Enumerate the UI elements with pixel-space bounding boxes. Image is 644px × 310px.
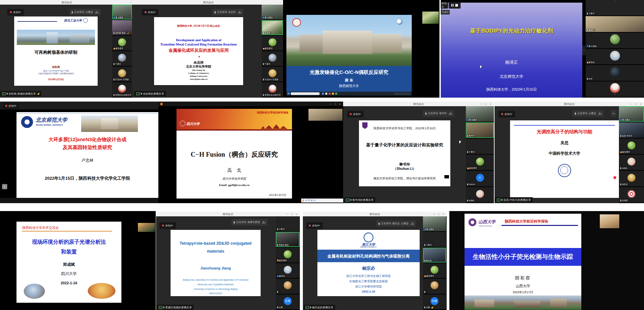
ime-toolbar[interactable]: S S 中 ⚙ ✉ — [301, 199, 343, 202]
participant-tile[interactable]: · — [276, 279, 300, 294]
presenter-video-thumbnail[interactable] — [308, 109, 342, 121]
minimize-button[interactable]: − — [130, 0, 132, 5]
participant-tile[interactable]: 牛青华 — [466, 139, 494, 155]
participant-tile[interactable]: 张跃宏 — [619, 171, 644, 187]
scroll-chevron-icon[interactable]: ⌃ — [614, 1, 616, 4]
maximize-button[interactable]: □ — [485, 103, 487, 106]
window-titlebar[interactable]: 腾讯会议 − □ × — [495, 102, 644, 106]
screen-share-icon — [136, 92, 140, 95]
ime-icons[interactable]: S 中 ⚙ ✉ — [306, 199, 315, 202]
window-controls[interactable]: − □ × — [330, 102, 340, 106]
participant-tile[interactable]: 荷风应化10级玉萍 — [262, 82, 283, 98]
participant-tile[interactable]: 石强201 石培新 — [112, 67, 132, 82]
participant-tile[interactable]: 牛青华 — [276, 216, 300, 232]
participant-tile[interactable]: ⌄ — [586, 81, 644, 98]
stop-recording-button[interactable] — [455, 4, 458, 7]
presenter-video-thumbnail[interactable] — [138, 223, 155, 232]
participant-tile[interactable]: 张秋禹 教授 — [112, 20, 132, 36]
participant-tile[interactable]: 姜建壮教授 — [276, 232, 300, 247]
participant-tile[interactable]: 仝建波 — [619, 106, 644, 122]
start-button-icon[interactable] — [287, 92, 290, 95]
minimize-button[interactable]: − — [631, 103, 632, 106]
maximize-button[interactable]: □ — [291, 213, 293, 216]
window-titlebar[interactable]: 腾讯会议 − — [134, 0, 283, 5]
windows-taskbar[interactable] — [286, 92, 412, 96]
ustc-logo-icon — [558, 164, 571, 177]
taskbar-app-icon[interactable] — [332, 93, 334, 95]
participant-tile[interactable]: 陈青李 — [619, 139, 644, 155]
scroll-chevron-icon[interactable]: ⌄ — [614, 93, 616, 96]
minimize-button[interactable]: − — [434, 213, 435, 216]
minimize-button[interactable]: − — [279, 0, 281, 5]
taskbar-app-icon[interactable] — [329, 93, 331, 95]
participant-tile[interactable]: 杨清正 — [586, 16, 644, 32]
presenter-video-thumbnail[interactable] — [600, 214, 619, 228]
minimize-button[interactable]: − — [481, 103, 482, 106]
window-titlebar[interactable]: 腾讯会议 − □ × — [303, 212, 447, 216]
window-controls[interactable]: − □ × — [287, 212, 297, 216]
participant-tile[interactable]: RRMIAO — [466, 171, 494, 187]
pause-recording-button[interactable] — [451, 4, 454, 7]
close-button[interactable]: × — [640, 103, 641, 106]
participant-tile[interactable]: 陈青李 — [423, 263, 446, 279]
taskbar-app-icon[interactable] — [322, 93, 324, 95]
participant-tile[interactable]: 任艳政 — [586, 33, 644, 49]
reply-arrow-button[interactable]: ↩ — [611, 110, 617, 117]
participant-tile[interactable]: 何校红 — [619, 155, 644, 171]
minimize-button[interactable]: − — [287, 213, 288, 216]
window-titlebar[interactable]: 腾讯会议 − — [0, 0, 134, 5]
maximize-button[interactable]: □ — [438, 213, 439, 216]
window-controls[interactable]: − □ × — [434, 212, 444, 216]
participant-tile[interactable]: 陈青李 — [262, 36, 283, 51]
participant-tile[interactable]: 陈青李 — [276, 248, 300, 263]
participant-tile[interactable]: 仝建波 — [112, 5, 132, 20]
participant-tile[interactable]: 仝建波 — [466, 106, 494, 122]
participant-tile[interactable]: 孙卓 — [586, 65, 644, 81]
participant-tile[interactable]: 兰唐旦 — [262, 51, 283, 67]
participant-tile[interactable]: 荷风应化10级玉萍 — [112, 82, 132, 98]
participant-tile[interactable]: 石强201 石培新 — [262, 67, 283, 82]
sidebar-collapse-handle[interactable]: > — [582, 46, 586, 55]
participant-tile[interactable]: 牛青华 — [423, 232, 446, 247]
window-controls[interactable]: − □ × — [481, 102, 491, 106]
slide-rule — [17, 21, 57, 22]
taskbar-search-input[interactable] — [291, 92, 320, 95]
sogou-icon[interactable]: S — [302, 199, 304, 202]
annotation-toolbar-icon[interactable]: ≡ — [2, 184, 7, 189]
participant-tile[interactable]: · — [423, 279, 446, 294]
taskbar-app-icon[interactable] — [335, 93, 337, 95]
close-button[interactable]: × — [339, 103, 340, 106]
participant-tile[interactable]: 仝建波 — [423, 216, 446, 232]
participant-tile[interactable]: 余志祥 — [262, 20, 283, 36]
participant-tile[interactable]: 陈青李 — [466, 155, 494, 171]
maximize-button[interactable]: □ — [334, 103, 336, 106]
mouse-cursor — [459, 140, 461, 144]
participant-tile[interactable]: 陈青李 — [112, 36, 132, 51]
minimize-button[interactable]: − — [330, 103, 332, 106]
participant-tile[interactable]: 陈光 — [276, 263, 300, 279]
participant-tile[interactable]: 陈光 — [586, 49, 644, 65]
participant-tile[interactable]: 兰唐旦 — [112, 51, 132, 67]
participant-tile[interactable]: 何校红 — [466, 187, 494, 203]
participant-tile[interactable]: 徐海燕 — [619, 187, 644, 203]
participant-tile[interactable]: 黎书华 — [466, 122, 494, 139]
shared-slide: 陕西科技大学学术交流会 现场环境分析的原子光谱分析法 和装置 郑成斌 四川大学 … — [16, 222, 121, 303]
window-controls[interactable]: − □ × — [631, 102, 641, 106]
window-titlebar[interactable]: − □ × — [158, 102, 343, 106]
participant-tile[interactable]: 鲍宗必 — [423, 248, 446, 263]
maximize-button[interactable]: □ — [635, 103, 637, 106]
presenter-video-thumbnail[interactable] — [422, 12, 439, 24]
window-titlebar[interactable]: 腾讯会议 − □ × — [156, 212, 300, 216]
participant-tile[interactable]: 玄露玄露 — [276, 294, 300, 310]
close-button[interactable]: × — [442, 213, 444, 216]
window-titlebar[interactable]: 腾讯会议 − □ × — [343, 102, 494, 106]
participant-tile[interactable]: ⌃牛青华 — [586, 0, 644, 16]
recording-dot — [309, 225, 311, 227]
taskbar-app-icon[interactable] — [325, 93, 327, 95]
participant-tile[interactable]: 玄露玄露 — [423, 294, 446, 310]
participant-tile[interactable]: 吴思-中科大 — [619, 122, 644, 139]
participant-tile[interactable]: 仝建波 — [262, 5, 283, 20]
close-button[interactable]: × — [490, 103, 491, 106]
system-tray[interactable] — [394, 93, 410, 95]
close-button[interactable]: × — [296, 213, 297, 216]
